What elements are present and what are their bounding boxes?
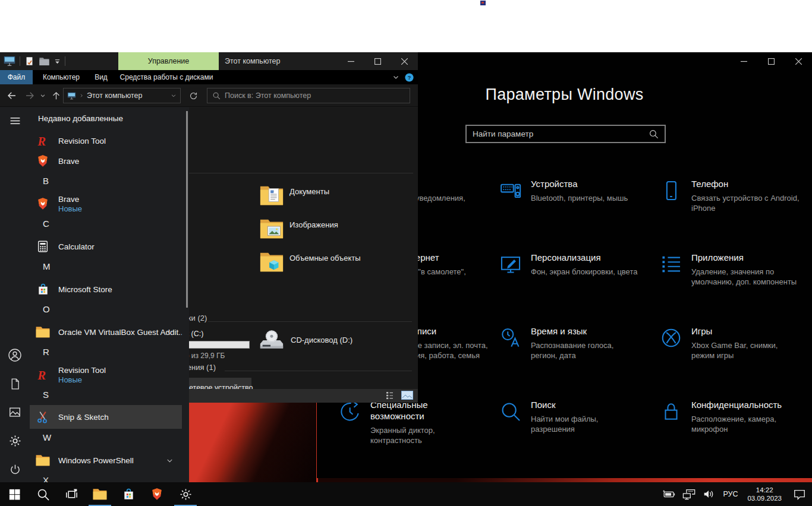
close-button[interactable]	[785, 52, 812, 70]
rail-pictures-button[interactable]	[7, 404, 23, 420]
refresh-button[interactable]	[185, 84, 201, 107]
tile-ease-of-access[interactable]: Специальные возможностиЭкранный диктор,к…	[339, 399, 461, 445]
section-letter-B[interactable]: B	[43, 176, 49, 186]
menu-item-file[interactable]: Файл	[0, 70, 33, 84]
brave-icon	[34, 195, 51, 212]
taskbar-task-view-button[interactable]	[57, 482, 86, 506]
start-menu-scrollbar[interactable]	[186, 111, 188, 308]
battery-icon[interactable]	[662, 488, 676, 501]
action-center-icon[interactable]	[793, 488, 806, 501]
folder-gray-icon[interactable]	[39, 56, 50, 67]
taskbar-start-button[interactable]	[0, 482, 29, 506]
start-app-oracle-vm-virtualbox-guest-addit-[interactable]: Oracle VM VirtualBox Guest Addit...	[34, 322, 182, 342]
tile-title: Конфиденциальность	[691, 399, 812, 410]
up-button[interactable]	[49, 84, 63, 107]
section-letter-O[interactable]: O	[43, 304, 50, 314]
tile-subtitle: Удаление, значения по	[691, 267, 812, 277]
app-label-block: BraveНовые	[58, 195, 82, 213]
tile-update[interactable]	[339, 473, 508, 478]
section-letter-X[interactable]: X	[43, 475, 49, 482]
tile-search[interactable]: ПоискНайти мои файлы,разрешения	[499, 399, 669, 434]
start-app-snip-sketch[interactable]: Snip & Sketch	[30, 405, 182, 429]
tile-privacy[interactable]: КонфиденциальностьРасположение, камера,м…	[660, 399, 812, 434]
close-button[interactable]	[391, 52, 418, 70]
start-app-revision-tool[interactable]: RRevision ToolНовые	[34, 361, 182, 388]
tile-time-language[interactable]: Время и языкРаспознавание голоса,регион,…	[499, 325, 669, 360]
menu-item-2[interactable]: Вид	[88, 70, 114, 84]
tile-phone[interactable]: ТелефонСвязать устройство с Android,iPho…	[660, 178, 812, 213]
ribbon-right-controls: ?	[392, 70, 414, 84]
folder-item[interactable]: Изображения	[259, 216, 402, 241]
menu-item-1[interactable]: Компьютер	[37, 70, 86, 84]
explorer-search-input[interactable]: Поиск в: Этот компьютер	[207, 88, 410, 103]
start-app-brave[interactable]: Brave	[34, 151, 182, 171]
calculator-icon	[34, 238, 51, 255]
taskbar-file-explorer-button[interactable]	[86, 482, 114, 506]
cd-drive-item[interactable]: CD-дисковод (D:)	[258, 328, 353, 352]
chevron-down-icon[interactable]	[166, 457, 174, 464]
store-icon	[34, 281, 51, 298]
taskbar-settings-button[interactable]	[171, 482, 200, 506]
explorer-ribbon-menubar: ? ФайлКомпьютерВидСредства работы с диск…	[0, 70, 418, 84]
tile-text: Специальные возможностиЭкранный диктор,к…	[370, 399, 461, 445]
tile-subtitle: iPhone	[691, 203, 812, 213]
start-app-revision-tool[interactable]: RRevision Tool	[34, 131, 182, 151]
details-view-button[interactable]	[386, 391, 396, 400]
menu-item-3[interactable]: Средства работы с дисками	[118, 70, 215, 84]
help-icon[interactable]: ?	[404, 72, 414, 83]
section-letter-C[interactable]: C	[43, 219, 49, 229]
breadcrumb[interactable]: Этот компьютер	[87, 91, 168, 100]
tab-manage[interactable]: Управление	[118, 52, 219, 70]
tile-gaming[interactable]: ИгрыXbox Game Bar, снимки,режим игры	[660, 325, 812, 360]
taskbar-search-button[interactable]	[29, 482, 57, 506]
start-app-microsoft-store[interactable]: Microsoft Store	[34, 279, 182, 299]
folder-pics-icon	[259, 216, 284, 241]
language-indicator[interactable]: РУС	[721, 490, 739, 498]
rail-settings-button[interactable]	[7, 433, 23, 448]
new-badge: Новые	[58, 204, 82, 213]
folder-item[interactable]: Документы	[259, 183, 402, 208]
thumbnail-view-button[interactable]	[401, 391, 413, 400]
computer-icon[interactable]	[4, 56, 15, 67]
section-letter-M[interactable]: M	[43, 261, 51, 271]
expand-ribbon-chevron-icon[interactable]	[392, 74, 399, 81]
tile-apps[interactable]: ПриложенияУдаление, значения поумолчанию…	[660, 252, 812, 287]
rail-documents-button[interactable]	[7, 376, 23, 391]
maximize-button[interactable]	[364, 52, 391, 70]
minimize-button[interactable]	[338, 52, 364, 70]
rail-expand-button[interactable]	[7, 113, 23, 128]
section-letter-W[interactable]: W	[43, 432, 51, 442]
app-label: Calculator	[58, 242, 95, 251]
section-letter-S[interactable]: S	[43, 390, 49, 400]
start-app-calculator[interactable]: Calculator	[34, 236, 182, 257]
customize-chevron-icon[interactable]	[54, 58, 61, 65]
tile-personalization[interactable]: ПерсонализацияФон, экран блокировки, цве…	[499, 252, 669, 277]
tile-devices[interactable]: УстройстваBluetooth, принтеры, мышь	[499, 178, 669, 203]
network-group-divider	[225, 371, 412, 371]
properties-check-icon[interactable]	[24, 56, 34, 67]
address-bar[interactable]: Этот компьютер	[63, 88, 181, 103]
rail-account-button[interactable]	[7, 347, 23, 363]
folder-item[interactable]: Объемные объекты	[259, 249, 402, 274]
clock[interactable]: 14:22 03.09.2023	[745, 486, 784, 502]
volume-icon[interactable]	[702, 488, 716, 501]
maximize-button[interactable]	[757, 52, 785, 70]
start-app-brave[interactable]: BraveНовые	[34, 190, 182, 217]
taskbar-brave-button[interactable]	[143, 482, 171, 506]
phone-icon	[660, 179, 684, 203]
taskbar-microsoft-store-button[interactable]	[114, 482, 143, 506]
tile-text	[370, 473, 508, 478]
tile-subtitle: Фон, экран блокировки, цвета	[531, 267, 669, 277]
section-letter-R[interactable]: R	[43, 347, 49, 357]
back-button[interactable]	[5, 84, 19, 107]
start-app-windows-powershell[interactable]: Windows PowerShell	[34, 450, 182, 470]
chevron-down-icon[interactable]	[166, 328, 174, 336]
forward-button[interactable]	[23, 84, 37, 107]
network-icon[interactable]	[682, 488, 697, 501]
address-dropdown-chevron-icon[interactable]	[171, 93, 177, 99]
rail-power-button[interactable]	[7, 461, 23, 477]
brave-icon	[34, 153, 51, 169]
minimize-button[interactable]	[730, 52, 757, 70]
settings-search-input[interactable]: Найти параметр	[465, 125, 666, 143]
recent-locations-chevron-icon[interactable]	[37, 84, 48, 107]
